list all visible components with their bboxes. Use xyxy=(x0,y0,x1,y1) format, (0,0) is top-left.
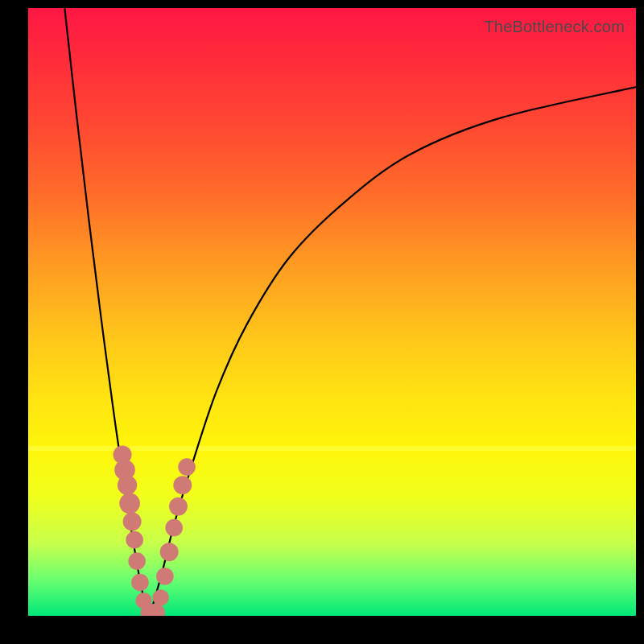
curve-layer xyxy=(28,8,636,616)
marker-point xyxy=(156,568,174,585)
marker-point xyxy=(165,519,183,537)
marker-point xyxy=(152,589,168,605)
marker-point xyxy=(131,574,149,592)
marker-point xyxy=(126,531,143,549)
watermark-text: TheBottleneck.com xyxy=(484,18,625,36)
marker-point xyxy=(173,476,192,494)
marker-point xyxy=(128,552,146,570)
marker-point xyxy=(119,493,140,514)
marker-point xyxy=(123,513,142,531)
plot-area: TheBottleneck.com xyxy=(28,8,636,616)
chart-frame: TheBottleneck.com xyxy=(0,0,644,644)
marker-point xyxy=(160,543,179,561)
marker-point xyxy=(118,476,137,495)
marker-cluster xyxy=(114,445,196,616)
marker-point xyxy=(169,497,188,516)
marker-point xyxy=(178,458,196,476)
right-branch-curve xyxy=(150,87,636,616)
